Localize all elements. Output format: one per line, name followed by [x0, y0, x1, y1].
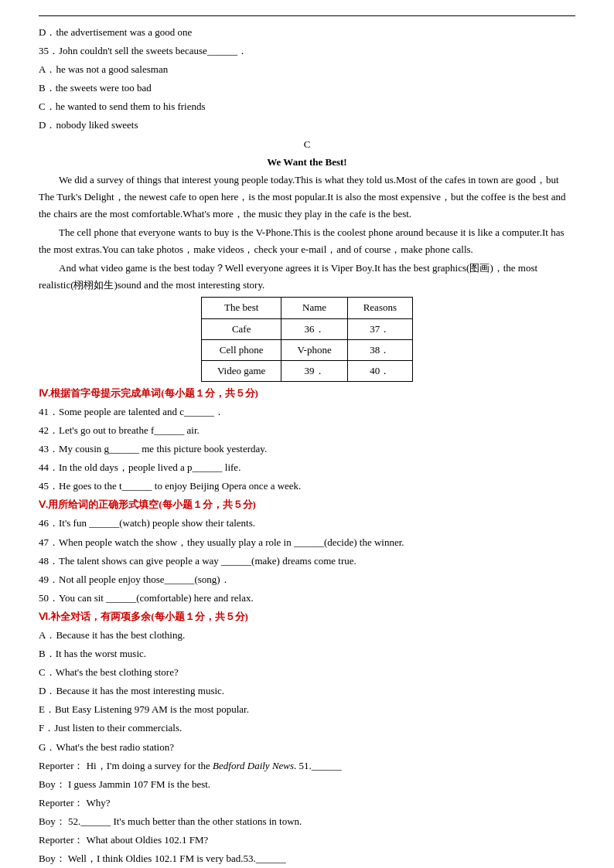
dialogue-text-2: I guess Jammin 107 FM is the best. — [68, 778, 210, 790]
dialogue-boy-6: Boy： — [39, 853, 66, 864]
section6-optF: F．Just listen to their commercials. — [39, 720, 575, 737]
best-table: The best Name Reasons Cafe 36． 37． Cell … — [201, 297, 413, 381]
dialogue-boy-4: Boy： — [39, 815, 66, 827]
section-c-letter: C — [39, 136, 575, 153]
table-header-best: The best — [201, 298, 281, 318]
section6-optC: C．What's the best clothing store? — [39, 664, 575, 681]
dialogue-reporter-5: Reporter： — [39, 834, 84, 846]
table-row: Cafe 36． 37． — [201, 318, 412, 339]
line-d-advert: D．the advertisement was a good one — [39, 24, 575, 41]
table-cell-37: 37． — [347, 318, 412, 339]
section6-optA: A．Because it has the best clothing. — [39, 627, 575, 644]
section6-optG: G．What's the best radio station? — [39, 739, 575, 756]
dialogue-line-4: Boy： 52.______ It's much better than the… — [39, 813, 575, 830]
section4-item-44: 44．In the old days，people lived a p_____… — [39, 459, 575, 476]
table-row: Cell phone V-phone 38． — [201, 339, 412, 360]
section6-optB: B．It has the worst music. — [39, 645, 575, 662]
dialogue-text-5: What about Oldies 102.1 FM? — [87, 834, 209, 846]
top-border — [39, 15, 575, 16]
dialogue-text-1: Hi，I'm doing a survey for the — [87, 760, 213, 771]
section5-item-48: 48．The talent shows can give people a wa… — [39, 553, 575, 570]
section-c-para2: The cell phone that everyone wants to bu… — [39, 224, 575, 258]
dialogue-text-3: Why? — [87, 797, 111, 808]
line-q35: 35．John couldn't sell the sweets because… — [39, 43, 575, 60]
section4-header: Ⅳ.根据首字母提示完成单词(每小题１分，共５分) — [39, 385, 575, 402]
table-cell-39: 39． — [281, 360, 347, 381]
dialogue-line-5: Reporter： What about Oldies 102.1 FM? — [39, 832, 575, 849]
section5-item-50: 50．You can sit ______(comfortable) here … — [39, 590, 575, 607]
table-cell-40: 40． — [347, 360, 412, 381]
table-row: Video game 39． 40． — [201, 360, 412, 381]
section6-optE: E．But Easy Listening 979 AM is the most … — [39, 701, 575, 718]
table-cell-36: 36． — [281, 318, 347, 339]
table-cell-videogame: Video game — [201, 360, 281, 381]
table-cell-38: 38． — [347, 339, 412, 360]
line-d-nobody: D．nobody liked sweets — [39, 117, 575, 134]
section5-item-46: 46．It's fun ______(watch) people show th… — [39, 515, 575, 532]
table-header-name: Name — [281, 298, 347, 318]
section-c-para1: We did a survey of things that interest … — [39, 172, 575, 223]
line-b-sweets: B．the sweets were too bad — [39, 80, 575, 97]
table-cell-cellphone: Cell phone — [201, 339, 281, 360]
dialogue-reporter-3: Reporter： — [39, 797, 84, 808]
dialogue-text-6: Well，I think Oldies 102.1 FM is very bad… — [68, 853, 286, 864]
dialogue-line-2: Boy： I guess Jammin 107 FM is the best. — [39, 776, 575, 793]
content-area: D．the advertisement was a good one 35．Jo… — [39, 24, 575, 868]
dialogue-line-6: Boy： Well，I think Oldies 102.1 FM is ver… — [39, 850, 575, 867]
section4-item-42: 42．Let's go out to breathe f______ air. — [39, 422, 575, 439]
table-cell-vphone: V-phone — [281, 339, 347, 360]
dialogue-reporter-1: Reporter： — [39, 760, 84, 771]
section5-item-47: 47．When people watch the show，they usual… — [39, 534, 575, 551]
section6-header: Ⅵ.补全对话，有两项多余(每小题１分，共５分) — [39, 608, 575, 625]
section-c-para3: And what video game is the best today？We… — [39, 260, 575, 294]
section5-header: Ⅴ.用所给词的正确形式填空(每小题１分，共５分) — [39, 496, 575, 513]
line-c-friends: C．he wanted to send them to his friends — [39, 98, 575, 115]
dialogue-line-1: Reporter： Hi，I'm doing a survey for the … — [39, 757, 575, 774]
table-cell-cafe: Cafe — [201, 318, 281, 339]
section4-item-43: 43．My cousin g______ me this picture boo… — [39, 441, 575, 458]
dialogue-text2-1: . 51.______ — [294, 760, 342, 771]
section-c-title: We Want the Best! — [39, 154, 575, 171]
dialogue-text-4: 52.______ It's much better than the othe… — [68, 815, 302, 827]
section4-item-41: 41．Some people are talented and c______． — [39, 403, 575, 420]
line-a-salesman: A．he was not a good salesman — [39, 61, 575, 78]
section6-optD: D．Because it has the most interesting mu… — [39, 682, 575, 700]
dialogue-italic-1: Bedford Daily News — [213, 760, 294, 771]
table-header-reasons: Reasons — [347, 298, 412, 318]
dialogue-boy-2: Boy： — [39, 778, 66, 790]
section5-item-49: 49．Not all people enjoy those______(song… — [39, 571, 575, 588]
dialogue-line-3: Reporter： Why? — [39, 795, 575, 812]
section4-item-45: 45．He goes to the t______ to enjoy Beiji… — [39, 478, 575, 495]
